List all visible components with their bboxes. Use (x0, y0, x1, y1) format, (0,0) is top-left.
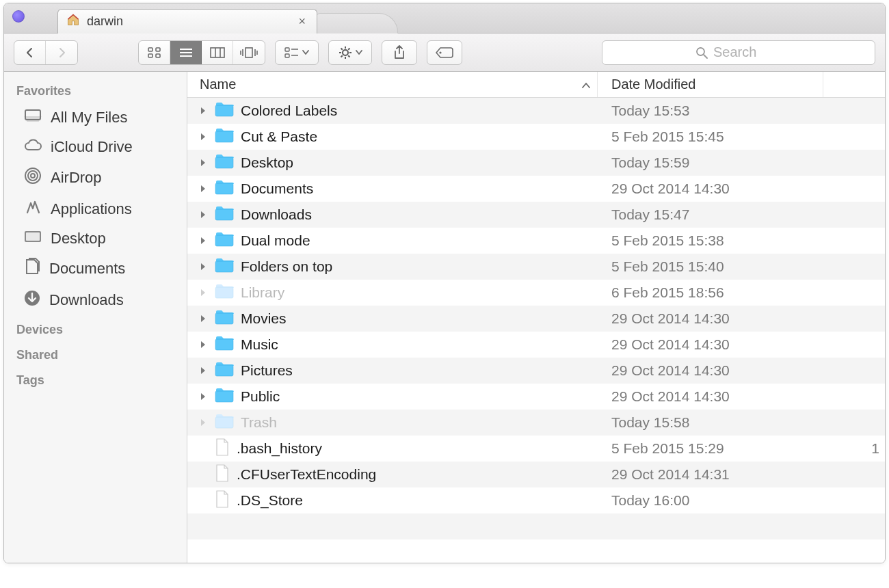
file-row[interactable]: Library6 Feb 2015 18:56 (187, 280, 885, 306)
row-name-label: Pictures (241, 362, 293, 379)
file-icon (215, 464, 230, 485)
row-name-label: Public (241, 388, 280, 405)
svg-rect-16 (285, 54, 289, 57)
window-control-dot[interactable] (12, 10, 25, 23)
folder-icon (215, 258, 234, 276)
column-header-date[interactable]: Date Modified (598, 72, 823, 97)
svg-point-28 (439, 51, 441, 53)
file-row[interactable]: Movies29 Oct 2014 14:30 (187, 306, 885, 332)
disclosure-triangle-icon[interactable] (198, 185, 208, 193)
back-button[interactable] (14, 41, 46, 64)
file-row[interactable]: DownloadsToday 15:47 (187, 202, 885, 228)
svg-rect-2 (148, 54, 152, 57)
action-button[interactable] (329, 41, 371, 64)
folder-icon (215, 362, 234, 380)
disclosure-triangle-icon[interactable] (198, 211, 208, 219)
sidebar-item-documents[interactable]: Documents (4, 253, 187, 284)
file-row[interactable]: Colored LabelsToday 15:53 (187, 98, 885, 124)
row-date-cell: 29 Oct 2014 14:30 (598, 336, 823, 353)
row-name-label: .DS_Store (237, 492, 303, 509)
forward-button[interactable] (46, 41, 77, 64)
toolbar (4, 34, 885, 72)
row-name-label: Downloads (241, 206, 312, 223)
folder-icon (215, 388, 234, 406)
file-row[interactable]: Dual mode5 Feb 2015 15:38 (187, 228, 885, 254)
gear-icon (338, 46, 353, 59)
sidebar-heading-tags[interactable]: Tags (4, 366, 187, 392)
disclosure-triangle-icon[interactable] (198, 392, 208, 401)
svg-rect-41 (215, 183, 233, 194)
file-row[interactable]: Documents29 Oct 2014 14:30 (187, 176, 885, 202)
airdrop-icon (23, 166, 42, 189)
view-mode-buttons (138, 40, 265, 65)
sidebar-heading-shared[interactable]: Shared (4, 341, 187, 366)
row-name-label: Cut & Paste (241, 129, 317, 145)
svg-line-27 (341, 55, 343, 57)
empty-row (187, 539, 885, 563)
file-row[interactable]: .bash_history5 Feb 2015 15:291 (187, 436, 885, 462)
sidebar-item-applications[interactable]: Applications (4, 194, 187, 224)
row-date-cell: 29 Oct 2014 14:30 (598, 181, 823, 197)
view-columns-button[interactable] (202, 41, 233, 64)
disclosure-triangle-icon[interactable] (198, 133, 208, 141)
file-row[interactable]: .CFUserTextEncoding29 Oct 2014 14:31 (187, 462, 885, 487)
row-date-cell: Today 15:59 (598, 155, 823, 171)
row-name-label: Music (241, 336, 278, 353)
view-coverflow-button[interactable] (233, 41, 265, 64)
svg-rect-48 (215, 365, 233, 376)
sidebar-item-airdrop[interactable]: AirDrop (4, 161, 187, 194)
row-date-cell: 5 Feb 2015 15:38 (598, 232, 823, 249)
tab-close-button[interactable]: × (295, 14, 308, 29)
file-row[interactable]: Folders on top5 Feb 2015 15:40 (187, 254, 885, 280)
sidebar-item-downloads[interactable]: Downloads (4, 284, 187, 316)
disclosure-triangle-icon[interactable] (198, 237, 208, 245)
sidebar-item-label: AirDrop (51, 169, 102, 187)
row-name-cell: Folders on top (187, 258, 598, 276)
disclosure-triangle-icon[interactable] (198, 263, 208, 271)
new-tab-button[interactable] (316, 13, 398, 34)
row-name-label: Library (241, 284, 284, 301)
file-row[interactable]: Music29 Oct 2014 14:30 (187, 332, 885, 358)
sidebar-item-label: All My Files (51, 109, 127, 126)
svg-rect-49 (215, 391, 233, 402)
tags-button-group (427, 40, 462, 65)
svg-rect-39 (215, 131, 233, 142)
svg-rect-40 (215, 157, 233, 168)
file-row[interactable]: TrashToday 15:58 (187, 410, 885, 436)
sidebar-item-icloud[interactable]: iCloud Drive (4, 133, 187, 161)
svg-rect-45 (215, 287, 233, 298)
disclosure-triangle-icon[interactable] (198, 340, 208, 349)
svg-rect-0 (148, 48, 152, 51)
file-row[interactable]: DesktopToday 15:59 (187, 150, 885, 176)
row-name-cell: Trash (187, 414, 598, 432)
file-row[interactable]: Cut & Paste5 Feb 2015 15:45 (187, 124, 885, 150)
chevron-down-icon (302, 50, 309, 55)
search-input[interactable] (713, 44, 782, 60)
disclosure-triangle-icon[interactable] (198, 418, 208, 427)
sidebar-item-all-my-files[interactable]: All My Files (4, 103, 187, 133)
share-button[interactable] (382, 41, 416, 64)
active-tab[interactable]: darwin × (57, 9, 317, 34)
svg-rect-43 (215, 235, 233, 246)
view-list-button[interactable] (170, 41, 202, 64)
file-rows[interactable]: Colored LabelsToday 15:53 Cut & Paste5 F… (187, 98, 885, 563)
file-row[interactable]: Public29 Oct 2014 14:30 (187, 384, 885, 410)
disclosure-triangle-icon[interactable] (198, 289, 208, 297)
sidebar-item-desktop[interactable]: Desktop (4, 224, 187, 253)
disclosure-triangle-icon[interactable] (198, 366, 208, 375)
disclosure-triangle-icon[interactable] (198, 315, 208, 323)
row-name-label: Documents (241, 181, 313, 197)
column-header-name[interactable]: Name (187, 72, 598, 97)
file-row[interactable]: Pictures29 Oct 2014 14:30 (187, 358, 885, 384)
disclosure-triangle-icon[interactable] (198, 107, 208, 115)
file-row[interactable]: .DS_StoreToday 16:00 (187, 487, 885, 513)
tags-button[interactable] (427, 41, 462, 64)
svg-rect-44 (215, 261, 233, 272)
disclosure-triangle-icon[interactable] (198, 159, 208, 167)
view-icons-button[interactable] (139, 41, 170, 64)
sidebar-heading-devices[interactable]: Devices (4, 316, 187, 341)
arrange-button[interactable] (276, 41, 318, 64)
row-name-cell: .bash_history (187, 438, 598, 459)
search-box[interactable] (602, 40, 875, 65)
nav-buttons (14, 40, 78, 65)
